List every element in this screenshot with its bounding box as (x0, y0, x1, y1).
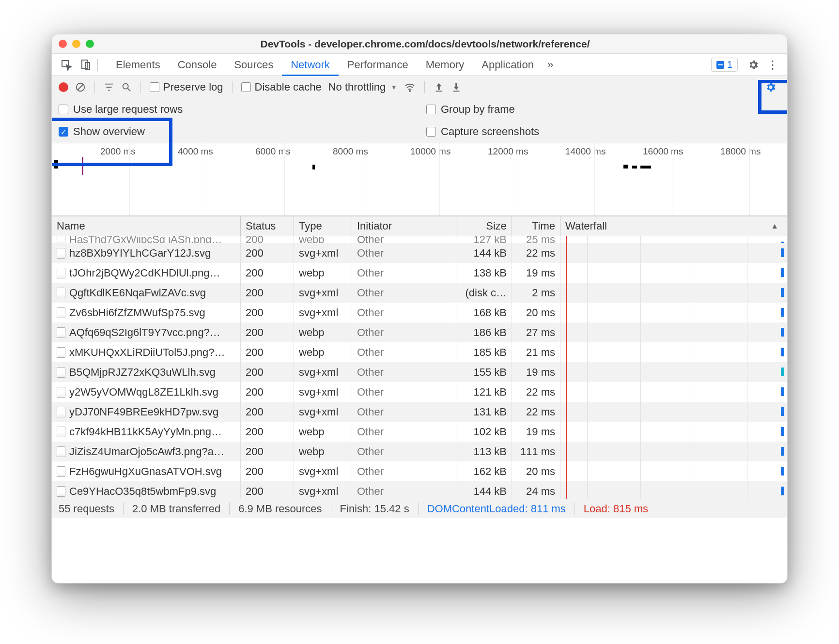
file-icon (57, 486, 65, 497)
minimize-icon[interactable] (72, 40, 80, 48)
cell-waterfall (560, 236, 787, 243)
svg-line-4 (78, 84, 83, 90)
table-row[interactable]: FzH6gwuHgXuGnasATVOH.svg 200 svg+xml Oth… (52, 461, 787, 481)
capture-screenshots-label: Capture screenshots (441, 125, 539, 138)
cell-type: webp (299, 267, 325, 279)
network-settings-gear-icon[interactable] (764, 81, 777, 93)
cell-name: JiZisZ4UmarOjo5cAwf3.png?a… (69, 445, 224, 458)
column-name[interactable]: Name (52, 216, 241, 236)
clear-icon[interactable] (75, 82, 86, 92)
tab-network[interactable]: Network (282, 54, 339, 76)
cell-time: 21 ms (526, 346, 555, 359)
table-row[interactable]: c7kf94kHB11kK5AyYyMn.png… 200 webp Other… (52, 422, 787, 442)
cell-waterfall (560, 283, 787, 303)
maximize-icon[interactable] (86, 40, 94, 48)
column-time[interactable]: Time (512, 216, 560, 236)
table-row[interactable]: hz8BXb9YIYLhCGarY12J.svg 200 svg+xml Oth… (52, 243, 787, 263)
show-overview-checkbox[interactable]: ✓ Show overview (52, 125, 420, 138)
cell-status: 200 (246, 287, 264, 299)
timeline-tick: 12000 ms (488, 146, 528, 157)
table-row[interactable]: y2W5yVOMWqgL8ZE1Lklh.svg 200 svg+xml Oth… (52, 382, 787, 402)
record-button[interactable] (59, 82, 68, 92)
checkbox-checked-icon: ✓ (59, 127, 68, 137)
cell-type: svg+xml (299, 287, 338, 299)
cell-time: 19 ms (526, 267, 555, 279)
issues-count: 1 (727, 59, 732, 70)
column-initiator[interactable]: Initiator (352, 216, 456, 236)
tab-performance[interactable]: Performance (339, 54, 417, 76)
svg-rect-1 (82, 60, 87, 69)
main-tabs-row: Elements Console Sources Network Perform… (52, 54, 787, 76)
table-row[interactable]: HasThd7GxWiipcSq iASh.png… 200 webp Othe… (52, 236, 787, 243)
inspect-icon[interactable] (60, 59, 73, 71)
network-conditions-icon[interactable] (404, 81, 416, 93)
tab-sources[interactable]: Sources (225, 54, 282, 76)
search-icon[interactable] (121, 82, 132, 92)
status-resources: 6.9 MB resources (230, 503, 331, 515)
overview-mark (54, 163, 83, 165)
more-tabs-icon[interactable]: » (547, 59, 553, 71)
column-size[interactable]: Size (456, 216, 512, 236)
timeline-tick: 8000 ms (333, 146, 368, 157)
cell-type: svg+xml (299, 386, 338, 399)
filter-icon[interactable] (104, 82, 114, 92)
large-rows-checkbox[interactable]: Use large request rows (52, 103, 420, 116)
table-row[interactable]: B5QMjpRJZ72xKQ3uWLlh.svg 200 svg+xml Oth… (52, 362, 787, 382)
status-finish: Finish: 15.42 s (331, 503, 419, 515)
export-har-icon[interactable] (451, 82, 462, 92)
cell-waterfall (560, 303, 787, 322)
group-by-frame-checkbox[interactable]: Group by frame (420, 103, 787, 116)
status-transferred: 2.0 MB transferred (124, 503, 230, 515)
cell-type: webp (299, 326, 325, 339)
column-waterfall-label: Waterfall (565, 220, 607, 232)
tab-application[interactable]: Application (473, 54, 543, 76)
settings-gear-icon[interactable] (747, 59, 760, 71)
cell-size: 168 kB (474, 307, 507, 319)
table-row[interactable]: JiZisZ4UmarOjo5cAwf3.png?a… 200 webp Oth… (52, 442, 787, 461)
cell-name: AQfq69qS2Ig6lT9Y7vcc.png?… (69, 326, 220, 339)
request-table[interactable]: HasThd7GxWiipcSq iASh.png… 200 webp Othe… (52, 236, 787, 499)
overview-mark (640, 166, 651, 169)
cell-waterfall (560, 263, 787, 283)
table-row[interactable]: yDJ70NF49BREe9kHD7pw.svg 200 svg+xml Oth… (52, 402, 787, 422)
close-icon[interactable] (59, 40, 67, 48)
svg-rect-9 (453, 91, 460, 92)
table-row[interactable]: QgftKdlKE6NqaFwlZAVc.svg 200 svg+xml Oth… (52, 283, 787, 303)
cell-waterfall (560, 461, 787, 481)
overview-timeline[interactable]: 2000 ms 4000 ms 6000 ms 8000 ms 10000 ms… (52, 143, 787, 216)
table-row[interactable]: AQfq69qS2Ig6lT9Y7vcc.png?… 200 webp Othe… (52, 322, 787, 342)
column-status[interactable]: Status (241, 216, 294, 236)
capture-screenshots-checkbox[interactable]: Capture screenshots (420, 125, 787, 138)
table-row[interactable]: xMKUHQxXLiRDiiUTol5J.png?… 200 webp Othe… (52, 342, 787, 362)
device-toggle-icon[interactable] (79, 59, 92, 71)
svg-point-7 (409, 91, 410, 92)
cell-time: 22 ms (526, 386, 555, 399)
cell-initiator: Other (357, 346, 384, 359)
table-row[interactable]: tJOhr2jBQWy2CdKHDlUl.png… 200 webp Other… (52, 263, 787, 283)
cell-time: 2 ms (532, 287, 555, 299)
timeline-tick: 14000 ms (565, 146, 606, 157)
table-row[interactable]: Ce9YHacO35q8t5wbmFp9.svg 200 svg+xml Oth… (52, 481, 787, 499)
divider (97, 59, 98, 71)
column-type[interactable]: Type (294, 216, 352, 236)
cell-initiator: Other (357, 267, 384, 279)
timeline-tick: 10000 ms (410, 146, 451, 157)
tab-memory[interactable]: Memory (417, 54, 473, 76)
cell-status: 200 (246, 445, 264, 458)
cell-size: 144 kB (474, 485, 507, 498)
disable-cache-checkbox[interactable]: Disable cache (241, 81, 322, 93)
column-waterfall[interactable]: Waterfall ▲ (560, 216, 787, 236)
issues-badge[interactable]: 1 (711, 58, 738, 72)
tab-console[interactable]: Console (169, 54, 226, 76)
divider (424, 81, 425, 93)
chevron-down-icon: ▼ (390, 83, 397, 91)
cell-initiator: Other (357, 307, 384, 319)
throttling-select[interactable]: No throttling ▼ (328, 81, 397, 93)
tab-elements[interactable]: Elements (107, 54, 169, 76)
preserve-log-label: Preserve log (163, 81, 223, 93)
divider (232, 81, 233, 93)
kebab-menu-icon[interactable]: ⋮ (766, 58, 779, 72)
import-har-icon[interactable] (434, 82, 444, 92)
table-row[interactable]: Zv6sbHi6fZfZMWufSp75.svg 200 svg+xml Oth… (52, 303, 787, 322)
preserve-log-checkbox[interactable]: Preserve log (150, 81, 223, 93)
